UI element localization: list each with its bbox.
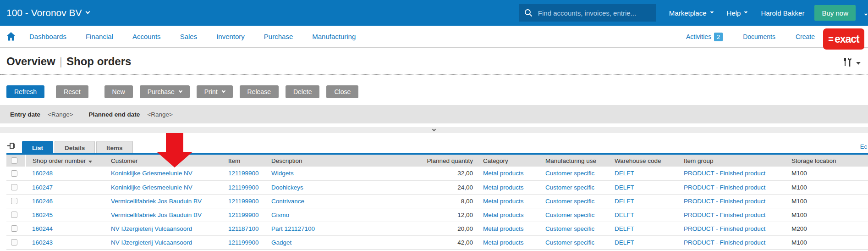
help-menu[interactable]: Help	[727, 9, 747, 17]
cell-category[interactable]: Metal products	[477, 222, 539, 235]
nav-item-financial[interactable]: Financial	[86, 33, 113, 40]
cell-item[interactable]: 121199900	[222, 208, 265, 222]
row-checkbox[interactable]	[11, 184, 17, 190]
cell-customer[interactable]: Koninklijke Griesmeelunie NV	[104, 180, 222, 194]
cell-item[interactable]: 121199900	[222, 180, 265, 194]
nav-item-sales[interactable]: Sales	[180, 33, 198, 40]
column-header[interactable]: Planned quantity	[339, 155, 477, 167]
more-chevron-icon[interactable]	[865, 9, 867, 17]
row-checkbox[interactable]	[11, 225, 17, 232]
row-checkbox[interactable]	[11, 239, 17, 245]
cell-customer[interactable]: NV IJzergieterij Vulcaansoord	[104, 235, 222, 249]
cell-category[interactable]: Metal products	[477, 167, 539, 180]
cell-item_group[interactable]: PRODUCT - Finished product	[677, 167, 785, 180]
new-button[interactable]: New	[104, 85, 133, 98]
cell-customer[interactable]: Vermicellifabriek Jos Bauduin BV	[104, 208, 222, 222]
cell-description[interactable]: Doohickeys	[265, 180, 339, 194]
cell-item[interactable]: 121187100	[222, 222, 265, 235]
cell-category[interactable]: Metal products	[477, 235, 539, 249]
cell-category[interactable]: Metal products	[477, 180, 539, 194]
reset-button[interactable]: Reset	[56, 85, 88, 98]
exact-logo[interactable]: = exact	[823, 28, 864, 50]
release-button[interactable]: Release	[240, 85, 279, 98]
nav-item-manufacturing[interactable]: Manufacturing	[312, 33, 356, 40]
cell-order[interactable]: 160244	[26, 222, 104, 235]
tab-details[interactable]: Details	[55, 141, 95, 155]
cell-item_group[interactable]: PRODUCT - Finished product	[677, 222, 785, 235]
select-all-checkbox[interactable]	[11, 157, 17, 164]
user-menu[interactable]: Harold Bakker	[761, 9, 804, 17]
cell-warehouse[interactable]: DELFT	[608, 208, 677, 222]
column-header[interactable]: Shop order number	[26, 155, 104, 167]
row-checkbox[interactable]	[11, 198, 17, 204]
pin-icon[interactable]	[7, 142, 16, 151]
cell-order[interactable]: 160245	[26, 208, 104, 222]
close-button[interactable]: Close	[326, 85, 358, 98]
cell-order[interactable]: 160248	[26, 167, 104, 180]
cell-order[interactable]: 160247	[26, 180, 104, 194]
filter-range-value[interactable]: <Range>	[147, 111, 173, 118]
cell-customer[interactable]: Vermicellifabriek Jos Bauduin BV	[104, 194, 222, 208]
cell-mfg_use[interactable]: Customer specific	[539, 194, 608, 208]
global-search[interactable]	[519, 4, 656, 22]
cell-mfg_use[interactable]: Customer specific	[539, 208, 608, 222]
column-header[interactable]: Description	[265, 155, 339, 167]
column-header[interactable]: Manufacturing use	[539, 155, 608, 167]
edit-link[interactable]: Ec	[860, 143, 867, 150]
search-input[interactable]	[538, 9, 648, 17]
row-checkbox[interactable]	[11, 170, 17, 177]
cell-description[interactable]: Gadget	[265, 235, 339, 249]
cell-description[interactable]: Part 121127100	[265, 222, 339, 235]
nav-item-accounts[interactable]: Accounts	[132, 33, 161, 40]
cell-mfg_use[interactable]: Customer specific	[539, 167, 608, 180]
cell-description[interactable]: Contrivance	[265, 194, 339, 208]
cell-category[interactable]: Metal products	[477, 208, 539, 222]
nav-item-dashboards[interactable]: Dashboards	[29, 33, 66, 40]
nav-item-purchase[interactable]: Purchase	[264, 33, 293, 40]
column-header[interactable]: Item group	[677, 155, 785, 167]
cell-warehouse[interactable]: DELFT	[608, 222, 677, 235]
cell-warehouse[interactable]: DELFT	[608, 180, 677, 194]
cell-mfg_use[interactable]: Customer specific	[539, 180, 608, 194]
cell-mfg_use[interactable]: Customer specific	[539, 235, 608, 249]
cell-warehouse[interactable]: DELFT	[608, 194, 677, 208]
column-header[interactable]: Customer	[104, 155, 222, 167]
cell-description[interactable]: Gismo	[265, 208, 339, 222]
purchase-button[interactable]: Purchase	[140, 85, 190, 98]
column-header[interactable]: Category	[477, 155, 539, 167]
nav-activities[interactable]: Activities 2	[686, 33, 723, 41]
column-header[interactable]: Item	[222, 155, 265, 167]
cell-category[interactable]: Metal products	[477, 194, 539, 208]
tab-list[interactable]: List	[22, 141, 53, 155]
column-header[interactable]: Storage location	[785, 155, 868, 167]
nav-documents[interactable]: Documents	[743, 33, 775, 40]
nav-item-inventory[interactable]: Inventory	[216, 33, 245, 40]
cell-warehouse[interactable]: DELFT	[608, 167, 677, 180]
refresh-button[interactable]: Refresh	[6, 85, 44, 98]
cell-item_group[interactable]: PRODUCT - Finished product	[677, 194, 785, 208]
cell-warehouse[interactable]: DELFT	[608, 235, 677, 249]
cell-item_group[interactable]: PRODUCT - Finished product	[677, 235, 785, 249]
cell-item[interactable]: 121199900	[222, 167, 265, 180]
marketplace-menu[interactable]: Marketplace	[669, 9, 713, 17]
row-checkbox[interactable]	[11, 212, 17, 218]
delete-button[interactable]: Delete	[286, 85, 319, 98]
cell-description[interactable]: Widgets	[265, 167, 339, 180]
home-icon[interactable]	[6, 32, 16, 41]
filter-range-value[interactable]: <Range>	[48, 111, 73, 118]
buy-now-button[interactable]: Buy now	[814, 5, 856, 21]
cell-mfg_use[interactable]: Customer specific	[539, 222, 608, 235]
column-header[interactable]: Warehouse code	[608, 155, 677, 167]
cell-order[interactable]: 160246	[26, 194, 104, 208]
cell-customer[interactable]: NV IJzergieterij Vulcaansoord	[104, 222, 222, 235]
cell-item[interactable]: 121199900	[222, 194, 265, 208]
customize-view-button[interactable]	[842, 58, 861, 67]
cell-item_group[interactable]: PRODUCT - Finished product	[677, 180, 785, 194]
collapse-filters-strip[interactable]	[0, 127, 868, 133]
company-selector[interactable]: 100 - Voronov BV	[6, 7, 89, 18]
cell-item_group[interactable]: PRODUCT - Finished product	[677, 208, 785, 222]
tab-items[interactable]: Items	[96, 141, 132, 155]
nav-create[interactable]: Create	[796, 33, 815, 40]
print-button[interactable]: Print	[197, 85, 233, 98]
cell-customer[interactable]: Koninklijke Griesmeelunie NV	[104, 167, 222, 180]
